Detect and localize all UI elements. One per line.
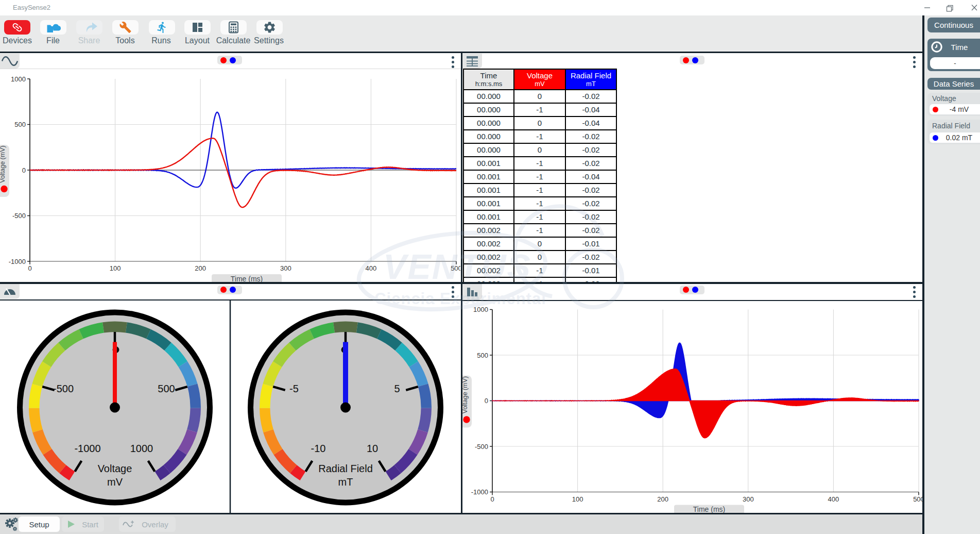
svg-text:1000: 1000 bbox=[11, 75, 26, 83]
svg-text:mT: mT bbox=[338, 476, 353, 488]
svg-text:200: 200 bbox=[195, 264, 206, 272]
svg-text:5: 5 bbox=[394, 383, 400, 394]
svg-text:1000: 1000 bbox=[130, 443, 153, 454]
svg-text:Time (ms): Time (ms) bbox=[693, 505, 725, 513]
svg-text:Voltage (mV): Voltage (mV) bbox=[0, 145, 6, 182]
svg-text:Radial Field: Radial Field bbox=[318, 463, 373, 474]
svg-text:-10: -10 bbox=[311, 443, 326, 454]
svg-text:100: 100 bbox=[110, 264, 121, 272]
svg-text:-1000: -1000 bbox=[74, 443, 100, 454]
svg-text:Time (ms): Time (ms) bbox=[231, 275, 263, 282]
svg-text:1000: 1000 bbox=[473, 306, 488, 313]
svg-text:-500: -500 bbox=[53, 383, 74, 394]
svg-text:10: 10 bbox=[367, 443, 378, 454]
svg-text:mV: mV bbox=[107, 476, 123, 488]
svg-text:100: 100 bbox=[572, 495, 583, 503]
svg-text:200: 200 bbox=[657, 495, 668, 503]
svg-text:300: 300 bbox=[742, 495, 753, 503]
svg-text:0: 0 bbox=[28, 264, 31, 272]
svg-text:300: 300 bbox=[280, 264, 291, 272]
svg-text:0: 0 bbox=[22, 166, 26, 174]
svg-text:0: 0 bbox=[490, 495, 494, 503]
svg-text:400: 400 bbox=[828, 495, 839, 503]
svg-text:Voltage: Voltage bbox=[98, 463, 132, 474]
svg-text:500: 500 bbox=[158, 383, 175, 394]
svg-text:-500: -500 bbox=[474, 442, 488, 450]
svg-text:-1000: -1000 bbox=[471, 488, 488, 496]
svg-text:500: 500 bbox=[451, 264, 460, 272]
svg-text:-1000: -1000 bbox=[9, 258, 26, 265]
svg-text:500: 500 bbox=[14, 121, 26, 128]
svg-text:500: 500 bbox=[477, 351, 488, 359]
svg-text:-500: -500 bbox=[12, 212, 26, 220]
svg-text:0: 0 bbox=[484, 397, 488, 405]
svg-text:-5: -5 bbox=[289, 383, 299, 394]
svg-text:400: 400 bbox=[366, 264, 377, 272]
svg-text:Voltage (mV): Voltage (mV) bbox=[462, 376, 469, 413]
svg-text:500: 500 bbox=[913, 495, 922, 503]
